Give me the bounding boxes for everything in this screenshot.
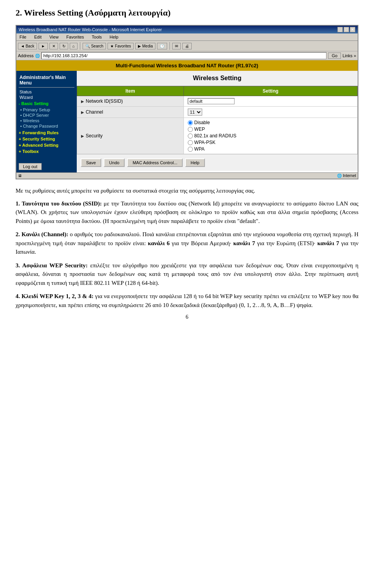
sidebar-title: Administrator's Main Menu (19, 73, 74, 88)
go-button[interactable]: Go (328, 53, 341, 59)
sidebar-item-wizard[interactable]: Wizard (19, 95, 74, 100)
page-container: 2. Wireless Setting (Ασύρματη λειτουργία… (0, 0, 374, 328)
maximize-button[interactable]: □ (344, 27, 349, 32)
section-4-number: 4. (16, 293, 21, 299)
radio-wpapsk: WPA-PSK (188, 140, 353, 145)
history-button[interactable]: 🕐 (157, 43, 167, 49)
browser-statusbar: 🖥 🌐 Internet (16, 172, 358, 179)
mail-button[interactable]: ✉ (172, 43, 181, 49)
menu-edit[interactable]: Edit (33, 34, 43, 40)
browser-content: Multi-Functional Wireless Broadband NAT … (16, 60, 358, 172)
ssid-item-label: Network ID(SSID) (86, 98, 123, 104)
forward-button[interactable]: ► (39, 43, 48, 49)
wizard-link[interactable]: Wizard (19, 95, 33, 100)
undo-button[interactable]: Undo (104, 158, 125, 167)
section-2-text: 2. Κανάλι (Channel): ο αριθμός του ραδιο… (16, 230, 358, 256)
radio-8021x-label: 802.1x and RADIUS (194, 133, 236, 139)
radio-wpapsk-input[interactable] (188, 140, 193, 145)
wireless-setting-title: Wireless Setting (77, 71, 358, 86)
print-button[interactable]: 🖨 (182, 43, 192, 49)
back-button[interactable]: ◄ Back (18, 43, 37, 49)
table-row-ssid: ▶ Network ID(SSID) (77, 96, 358, 107)
sidebar-section-toolbox[interactable]: + Toolbox (19, 148, 74, 154)
security-radio-group: Disable WEP 802.1x and RAD (188, 120, 353, 152)
close-button[interactable]: ✕ (350, 27, 355, 32)
status-link[interactable]: Status (19, 90, 32, 94)
channel-label: ▶ Channel (81, 109, 180, 115)
address-icon: 🌐 (35, 54, 40, 58)
browser-title: Wireless Broadband NAT Router Web-Consol… (19, 27, 162, 32)
stop-button[interactable]: ✕ (49, 43, 58, 49)
section-1-text: 1. Ταυτότητα του δικτύου (SSID): με την … (16, 199, 358, 226)
section-2-number: 2. (16, 231, 21, 237)
radio-wpa-input[interactable] (188, 147, 193, 152)
table-row-channel: ▶ Channel 11 1 6 (77, 107, 358, 118)
search-button[interactable]: 🔍 Search (83, 43, 106, 49)
main-panel: Wireless Setting Item Setting (77, 71, 358, 172)
favorites-button[interactable]: ★ Favorites (108, 43, 134, 49)
sidebar-section-security[interactable]: + Security Setting (19, 136, 74, 142)
media-button[interactable]: ▶ Media (135, 43, 155, 49)
status-internet: 🌐 Internet (337, 174, 356, 178)
mac-address-button[interactable]: MAC Address Control... (127, 158, 183, 167)
sidebar-section-basic[interactable]: - Basic Setting (19, 100, 74, 107)
radio-disable-input[interactable] (188, 120, 193, 125)
security-label: ▶ Security (81, 133, 180, 139)
titlebar-buttons: _ □ ✕ (337, 27, 355, 32)
settings-table: Item Setting ▶ Network ID(SSID) (77, 86, 358, 154)
radio-8021x-input[interactable] (188, 133, 193, 139)
section-2: 2. Κανάλι (Channel): ο αριθμός του ραδιο… (16, 230, 358, 256)
router-body: Administrator's Main Menu Status Wizard … (16, 71, 358, 172)
channel-select[interactable]: 11 1 6 (188, 109, 202, 116)
refresh-button[interactable]: ↻ (60, 43, 68, 49)
sidebar-section-forwarding[interactable]: + Forwarding Rules (19, 129, 74, 136)
router-header: Multi-Functional Wireless Broadband NAT … (16, 60, 358, 71)
radio-8021x: 802.1x and RADIUS (188, 133, 353, 139)
radio-wpapsk-label: WPA-PSK (194, 140, 215, 145)
page-number: 6 (16, 314, 358, 320)
radio-wpa: WPA (188, 146, 353, 152)
ssid-input[interactable] (188, 98, 235, 104)
save-button[interactable]: Save (81, 158, 101, 167)
radio-wep-label: WEP (194, 126, 205, 132)
sidebar-section-advanced[interactable]: + Advanced Setting (19, 142, 74, 148)
section-1-number: 1. (16, 200, 22, 207)
help-button[interactable]: Help (185, 158, 205, 167)
menu-favorites[interactable]: Favorites (65, 34, 85, 40)
minimize-button[interactable]: _ (337, 27, 343, 32)
address-input[interactable] (41, 52, 326, 59)
logout-button[interactable]: Log out (19, 163, 42, 170)
menu-help[interactable]: Help (108, 34, 120, 40)
col-setting: Setting (183, 86, 357, 96)
sidebar-link-primary-setup[interactable]: • Primary Setup (19, 107, 74, 112)
links-label[interactable]: Links » (342, 53, 356, 58)
radio-disable: Disable (188, 120, 353, 125)
menu-file[interactable]: File (18, 34, 28, 40)
channel-item-label: Channel (86, 109, 103, 115)
arrow-icon: ▶ (81, 99, 84, 104)
home-button[interactable]: ⌂ (70, 43, 78, 49)
section-1-title: Ταυτότητα του δικτύου (SSID): (22, 200, 102, 207)
sidebar-item-status[interactable]: Status (19, 89, 74, 95)
menu-tools[interactable]: Tools (90, 34, 104, 40)
page-title: 2. Wireless Setting (Ασύρματη λειτουργία… (16, 8, 358, 18)
status-icon-globe: 🌐 (337, 174, 342, 178)
status-internet-label: Internet (343, 174, 356, 178)
sidebar-link-wireless[interactable]: • Wireless (19, 118, 74, 123)
arrow-icon-security: ▶ (81, 134, 84, 138)
address-label: Address (18, 53, 34, 58)
browser-titlebar: Wireless Broadband NAT Router Web-Consol… (16, 26, 358, 33)
status-left: 🖥 (18, 174, 22, 178)
radio-wep: WEP (188, 126, 353, 132)
table-row-security: ▶ Security Disable (77, 118, 358, 154)
menu-view[interactable]: View (48, 34, 60, 40)
browser-toolbar: ◄ Back ► ✕ ↻ ⌂ 🔍 Search ★ Favorites ▶ Me… (16, 41, 358, 51)
section-3-text: 3. Ασφάλεια WEP Security: επιλέξτε τον α… (16, 261, 358, 288)
body-text: Με τις ρυθμίσεις αυτές μπορείτε να ρυθμί… (16, 186, 358, 309)
sidebar-link-dhcp-server[interactable]: • DHCP Server (19, 112, 74, 118)
sidebar-link-change-password[interactable]: • Change Password (19, 123, 74, 129)
section-3: 3. Ασφάλεια WEP Security: επιλέξτε τον α… (16, 261, 358, 288)
toolbar-separator (80, 42, 80, 50)
intro-paragraph: Με τις ρυθμίσεις αυτές μπορείτε να ρυθμί… (16, 186, 358, 195)
radio-wep-input[interactable] (188, 127, 193, 132)
